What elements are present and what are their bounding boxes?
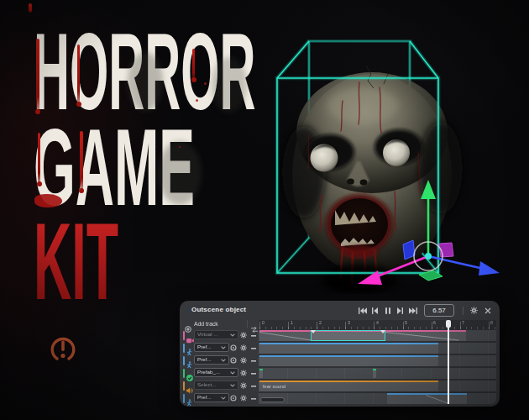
timeline-region: 012345678 fear sound bbox=[259, 320, 496, 404]
step-forward-icon[interactable] bbox=[395, 305, 405, 316]
hero-line-3: KIT bbox=[34, 207, 120, 260]
track-color-bar bbox=[183, 344, 185, 353]
clip-label: fear sound bbox=[263, 384, 285, 389]
timeline-lane-2 bbox=[259, 343, 496, 354]
ruler-tick-label: 4 bbox=[376, 320, 379, 325]
time-ruler[interactable]: 012345678 bbox=[259, 320, 496, 329]
timeline-clip[interactable] bbox=[387, 393, 467, 404]
timeline-title: Outscene object bbox=[191, 306, 246, 313]
timeline-lane-6 bbox=[259, 393, 496, 404]
record-icon[interactable] bbox=[230, 395, 237, 402]
minus-icon[interactable] bbox=[251, 398, 256, 400]
chevron-down-icon bbox=[221, 346, 226, 349]
clip-handle[interactable] bbox=[380, 330, 385, 333]
settings-icon[interactable] bbox=[469, 305, 479, 316]
ruler-tick-label: 8 bbox=[490, 320, 493, 325]
track-header-2: Pref... bbox=[183, 343, 259, 354]
ruler-tick bbox=[460, 322, 461, 329]
gear-icon[interactable] bbox=[240, 395, 247, 402]
ruler-tick bbox=[489, 322, 490, 329]
minus-icon[interactable] bbox=[251, 348, 256, 349]
track-header-6: Pref... bbox=[183, 393, 259, 404]
skip-start-icon[interactable] bbox=[358, 305, 367, 316]
grunge-blotch bbox=[158, 141, 202, 205]
timeline-lane-5: fear sound bbox=[259, 381, 496, 391]
ruler-tick bbox=[317, 322, 317, 329]
track-binding-dropdown[interactable]: Pref... bbox=[194, 393, 229, 402]
close-icon[interactable] bbox=[483, 305, 492, 316]
timeline-lane-1 bbox=[259, 330, 496, 341]
timeline-clip[interactable] bbox=[259, 355, 438, 366]
chevron-down-icon bbox=[230, 333, 235, 337]
step-back-icon[interactable] bbox=[370, 305, 380, 316]
blood-drip bbox=[192, 49, 195, 79]
ruler-tick-label: 2 bbox=[319, 320, 322, 325]
gear-icon[interactable] bbox=[240, 344, 247, 351]
track-header-4: Prefab_... bbox=[183, 368, 259, 379]
ruler-tick bbox=[403, 322, 404, 329]
ruler-tick-label: 6 bbox=[433, 320, 436, 325]
track-color-bar bbox=[183, 369, 185, 378]
blood-drip bbox=[77, 45, 80, 103]
clip-handle[interactable] bbox=[311, 330, 316, 333]
pause-icon[interactable] bbox=[383, 305, 392, 316]
playhead[interactable] bbox=[448, 320, 449, 404]
ruler-tick-label: 0 bbox=[262, 320, 264, 325]
ruler-tick-label: 5 bbox=[405, 320, 407, 325]
minus-icon[interactable] bbox=[251, 360, 256, 362]
track-binding-dropdown[interactable]: Pref... bbox=[194, 355, 229, 365]
track-header-3: Pref... bbox=[183, 355, 259, 366]
track-color-bar bbox=[183, 381, 185, 391]
ruler-tick-label: 7 bbox=[462, 320, 464, 325]
track-binding-dropdown[interactable]: Select... bbox=[194, 381, 238, 390]
ruler-tick-label: 3 bbox=[348, 320, 350, 325]
gear-icon[interactable] bbox=[240, 370, 247, 376]
track-color-bar bbox=[183, 394, 185, 403]
horizontal-scrollbar[interactable] bbox=[260, 397, 285, 402]
minus-icon[interactable] bbox=[251, 373, 256, 375]
ruler-tick bbox=[259, 322, 260, 329]
blood-speck bbox=[196, 99, 198, 102]
timeline-clip[interactable]: fear sound bbox=[259, 381, 438, 391]
playhead-handle[interactable] bbox=[446, 320, 451, 328]
track-binding-dropdown[interactable]: Pref... bbox=[194, 343, 229, 352]
track-binding-dropdown[interactable]: Prefab_... bbox=[194, 368, 238, 377]
track-header-1: Virtual ... bbox=[183, 330, 259, 341]
track-list-column: Add track Virtual ...Pref...Pref...Prefa… bbox=[183, 320, 259, 404]
blood-speck bbox=[204, 82, 207, 85]
doll-head bbox=[282, 66, 463, 294]
chevron-down-icon bbox=[221, 359, 226, 362]
minus-icon[interactable] bbox=[251, 335, 256, 337]
ruler-tick-label: 1 bbox=[291, 320, 293, 325]
timeline-clip[interactable] bbox=[259, 343, 438, 354]
track-header-5: Select... bbox=[183, 381, 259, 391]
add-track-row[interactable]: Add track bbox=[183, 320, 259, 328]
blood-speck bbox=[179, 146, 181, 148]
timeline-panel: Outscene object 6.57 Add track Virtual .… bbox=[180, 301, 500, 407]
timeline-header: Outscene object 6.57 bbox=[180, 301, 500, 319]
ruler-tick bbox=[432, 322, 432, 329]
publisher-logo bbox=[47, 333, 79, 365]
gear-icon[interactable] bbox=[240, 332, 247, 339]
ruler-tick bbox=[345, 322, 346, 329]
selected-clip-region[interactable] bbox=[311, 330, 385, 341]
time-display[interactable]: 6.57 bbox=[424, 304, 454, 317]
gear-icon[interactable] bbox=[240, 382, 247, 389]
grunge-blotch bbox=[212, 57, 247, 113]
blood-drip bbox=[38, 133, 40, 183]
skip-end-icon[interactable] bbox=[408, 305, 417, 316]
record-icon[interactable] bbox=[230, 344, 237, 351]
chevron-down-icon bbox=[230, 371, 235, 375]
record-icon[interactable] bbox=[230, 357, 237, 364]
activation-marker[interactable] bbox=[259, 369, 263, 378]
divider bbox=[247, 320, 248, 328]
header-divider bbox=[463, 307, 464, 315]
chevron-down-icon bbox=[221, 396, 226, 400]
ruler-tick bbox=[288, 322, 289, 329]
minus-icon[interactable] bbox=[251, 386, 256, 387]
scene-3d-viewport bbox=[264, 30, 516, 294]
activation-marker[interactable] bbox=[373, 369, 376, 378]
track-binding-dropdown[interactable]: Virtual ... bbox=[194, 330, 238, 339]
gear-icon[interactable] bbox=[240, 357, 247, 364]
track-color-bar bbox=[183, 331, 185, 340]
